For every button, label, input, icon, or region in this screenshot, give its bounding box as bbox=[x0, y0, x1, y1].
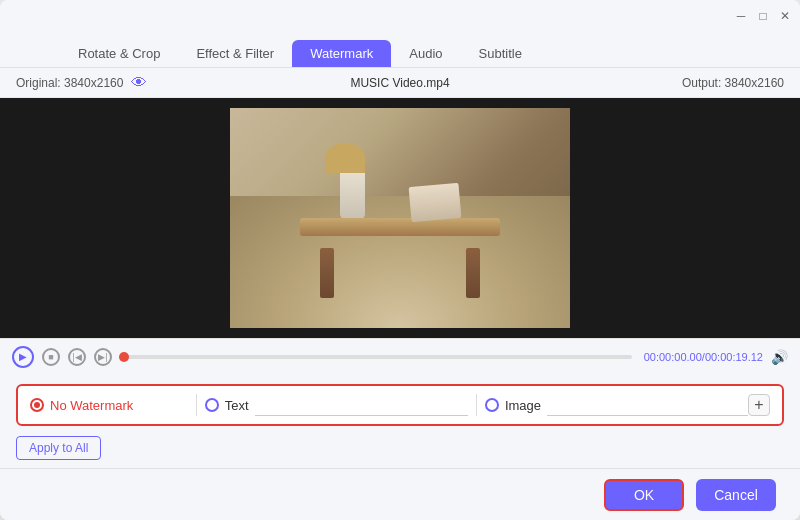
window-controls: ─ □ ✕ bbox=[734, 9, 792, 23]
progress-indicator bbox=[119, 352, 129, 362]
progress-bar[interactable] bbox=[124, 355, 632, 359]
filename-display: MUSIC Video.mp4 bbox=[272, 76, 528, 90]
prev-button[interactable]: |◀ bbox=[68, 348, 86, 366]
no-watermark-label: No Watermark bbox=[50, 398, 133, 413]
divider-2 bbox=[476, 394, 477, 416]
video-preview bbox=[0, 98, 800, 338]
table-leg-right bbox=[466, 248, 480, 298]
video-thumbnail bbox=[230, 108, 570, 328]
total-time: 00:00:19.12 bbox=[705, 351, 763, 363]
text-label: Text bbox=[225, 398, 249, 413]
play-button[interactable]: ▶ bbox=[12, 346, 34, 368]
eye-icon[interactable]: 👁 bbox=[131, 74, 147, 92]
apply-to-all-button[interactable]: Apply to All bbox=[16, 436, 101, 460]
image-label: Image bbox=[505, 398, 541, 413]
divider-1 bbox=[196, 394, 197, 416]
stop-button[interactable]: ■ bbox=[42, 348, 60, 366]
tab-watermark[interactable]: Watermark bbox=[292, 40, 391, 67]
playback-controls: ▶ ■ |◀ ▶| 00:00:00.00/00:00:19.12 🔊 bbox=[0, 338, 800, 374]
tab-subtitle[interactable]: Subtitle bbox=[461, 40, 540, 67]
no-watermark-option[interactable]: No Watermark bbox=[30, 398, 188, 413]
cancel-button[interactable]: Cancel bbox=[696, 479, 776, 511]
output-resolution: Output: 3840x2160 bbox=[528, 76, 784, 90]
footer-buttons: OK Cancel bbox=[0, 468, 800, 520]
info-bar: Original: 3840x2160 👁 MUSIC Video.mp4 Ou… bbox=[0, 68, 800, 98]
text-watermark-input[interactable] bbox=[255, 394, 468, 416]
image-radio[interactable] bbox=[485, 398, 499, 412]
cancel-label: Cancel bbox=[714, 487, 758, 503]
no-watermark-radio[interactable] bbox=[30, 398, 44, 412]
close-button[interactable]: ✕ bbox=[778, 9, 792, 23]
volume-icon[interactable]: 🔊 bbox=[771, 349, 788, 365]
table-top bbox=[300, 218, 500, 236]
ok-label: OK bbox=[634, 487, 654, 503]
add-button[interactable]: + bbox=[748, 394, 770, 416]
ok-button[interactable]: OK bbox=[604, 479, 684, 511]
maximize-button[interactable]: □ bbox=[756, 9, 770, 23]
watermark-settings: No Watermark Text Image + Apply to All bbox=[0, 374, 800, 468]
scene bbox=[230, 108, 570, 328]
plant-decoration bbox=[325, 143, 365, 173]
text-watermark-option[interactable]: Text bbox=[205, 394, 468, 416]
image-watermark-option[interactable]: Image bbox=[485, 394, 748, 416]
apply-all-label: Apply to All bbox=[29, 441, 88, 455]
no-watermark-radio-inner bbox=[34, 402, 40, 408]
main-window: ─ □ ✕ Rotate & Crop Effect & Filter Wate… bbox=[0, 0, 800, 520]
time-display: 00:00:00.00/00:00:19.12 bbox=[644, 351, 763, 363]
original-resolution: Original: 3840x2160 bbox=[16, 76, 123, 90]
book-decoration bbox=[409, 183, 462, 222]
tab-rotate-crop[interactable]: Rotate & Crop bbox=[60, 40, 178, 67]
vase-decoration bbox=[340, 170, 365, 220]
original-info: Original: 3840x2160 👁 bbox=[16, 74, 272, 92]
table-decoration bbox=[300, 218, 500, 298]
tab-bar: Rotate & Crop Effect & Filter Watermark … bbox=[0, 32, 800, 68]
minimize-button[interactable]: ─ bbox=[734, 9, 748, 23]
table-leg-left bbox=[320, 248, 334, 298]
titlebar: ─ □ ✕ bbox=[0, 0, 800, 32]
current-time: 00:00:00.00 bbox=[644, 351, 702, 363]
next-button[interactable]: ▶| bbox=[94, 348, 112, 366]
watermark-options-row: No Watermark Text Image + bbox=[16, 384, 784, 426]
tab-audio[interactable]: Audio bbox=[391, 40, 460, 67]
text-radio[interactable] bbox=[205, 398, 219, 412]
image-watermark-input[interactable] bbox=[547, 394, 748, 416]
tab-effect-filter[interactable]: Effect & Filter bbox=[178, 40, 292, 67]
